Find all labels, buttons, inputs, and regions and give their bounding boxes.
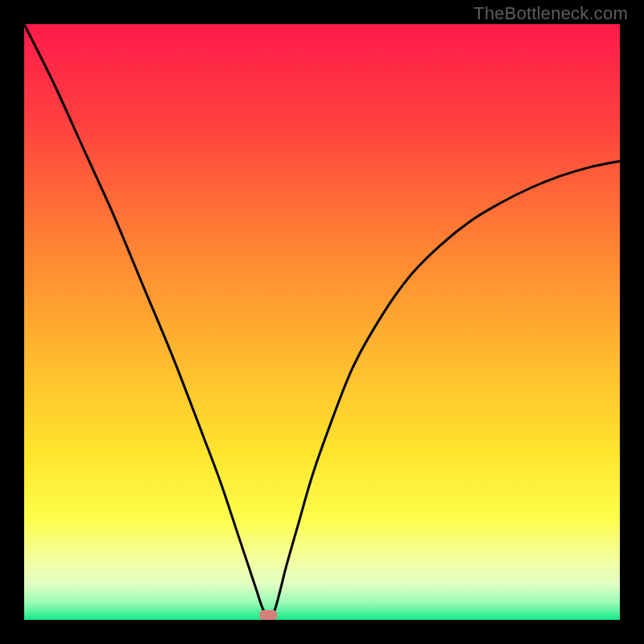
minimum-marker [259,610,277,620]
gradient-background [24,24,620,620]
plot-area [24,24,620,620]
watermark-text: TheBottleneck.com [473,3,628,24]
chart-frame: TheBottleneck.com [0,0,644,644]
chart-svg [24,24,620,620]
